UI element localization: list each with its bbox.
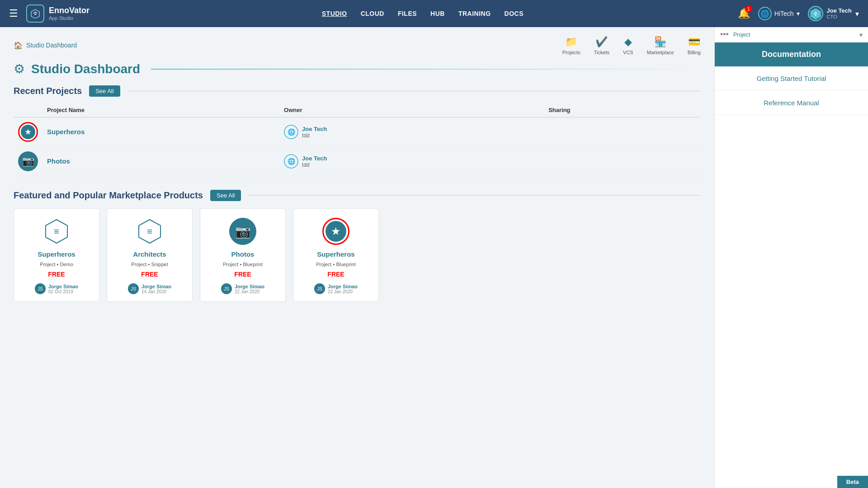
marketplace-grid: ≡ Superheros Project • Demo FREE JS Jorg…: [14, 208, 701, 302]
app-logo: EnnoVator App Studio: [26, 5, 90, 23]
user-menu[interactable]: Joe Tech CTO ▾: [808, 6, 859, 21]
projects-label: Projects: [562, 50, 580, 55]
marketplace-card-superheros-blueprint[interactable]: ★ Superheros Project • Blueprint FREE JS…: [293, 208, 379, 302]
billing-icon-item[interactable]: 💳 Billing: [688, 36, 701, 55]
recent-projects-title: Recent Projects: [14, 86, 82, 96]
card-price: FREE: [48, 271, 65, 278]
svg-point-1: [35, 14, 36, 15]
notification-badge: 1: [745, 5, 752, 13]
sidebar-project-label: Project: [733, 32, 750, 38]
marketplace-header: Featured and Popular Marketplace Product…: [14, 190, 701, 201]
owner-globe-icon: 🌐: [284, 154, 298, 169]
card-date: 22 Jan 2020: [328, 289, 358, 294]
photos-row-icon: 📷: [18, 151, 38, 171]
app-subtitle: App Studio: [49, 15, 90, 21]
card-subtitle: Project • Blueprint: [223, 262, 263, 267]
projects-icon-item[interactable]: 📁 Projects: [562, 36, 580, 55]
card-subtitle: Project • Demo: [40, 262, 73, 267]
billing-label: Billing: [688, 50, 701, 55]
logo-icon: [26, 5, 44, 23]
card-author-avatar: JS: [35, 283, 46, 294]
marketplace-card-superheros-demo[interactable]: ≡ Superheros Project • Demo FREE JS Jorg…: [14, 208, 99, 302]
svg-text:≡: ≡: [147, 226, 152, 236]
breadcrumb-row: 🏠 Studio Dashboard 📁 Projects ✔️ Tickets…: [14, 36, 701, 59]
card-author-avatar: JS: [221, 283, 232, 294]
tickets-icon-item[interactable]: ✔️ Tickets: [594, 36, 609, 55]
nav-cloud[interactable]: CLOUD: [361, 10, 384, 17]
card-title: Superheros: [38, 250, 75, 258]
marketplace-card-architects[interactable]: ≡ Architects Project • Snippet FREE JS J…: [107, 208, 193, 302]
sidebar-more-icon[interactable]: •••: [720, 30, 729, 39]
getting-started-link[interactable]: Getting Started Tutorial: [715, 66, 868, 91]
owner-sub: tdd: [302, 162, 327, 168]
org-selector[interactable]: 🌐 HiTech ▾: [758, 7, 800, 20]
nav-studio[interactable]: STUDIO: [322, 10, 347, 17]
nav-files[interactable]: FILES: [398, 10, 417, 17]
col-project-name-label: Project Name: [42, 103, 279, 117]
vcs-label: VCS: [623, 50, 633, 55]
card-author-name: Jorge Simao: [235, 284, 264, 289]
recent-projects-see-all[interactable]: See All: [89, 85, 120, 97]
nav-right: 🔔 1 🌐 HiTech ▾ Joe Tech CTO ▾: [738, 6, 859, 21]
svg-text:≡: ≡: [54, 226, 59, 236]
card-author-avatar: JS: [314, 283, 325, 294]
card-price: FREE: [327, 271, 344, 278]
folder-icon: 📁: [565, 36, 577, 48]
right-sidebar: ••• Project ▾ Documentation Getting Star…: [714, 27, 868, 488]
superheros-card-icon: ★: [322, 218, 349, 245]
owner-name: Joe Tech: [302, 155, 327, 162]
vcs-icon: ◆: [624, 36, 632, 48]
org-name: HiTech: [774, 10, 794, 17]
nav-training[interactable]: TRAINING: [458, 10, 491, 17]
owner-sub: tdd: [302, 132, 327, 139]
sidebar-top-bar: ••• Project ▾: [715, 27, 868, 42]
breadcrumb: 🏠 Studio Dashboard: [14, 41, 77, 50]
card-author-name: Jorge Simao: [142, 284, 171, 289]
architects-hex-icon: ≡: [136, 218, 163, 245]
app-name: EnnoVator: [49, 6, 90, 15]
page-title: Studio Dashboard: [31, 62, 140, 76]
card-title: Architects: [133, 250, 166, 258]
card-subtitle: Project • Blueprint: [316, 262, 356, 267]
card-date: 22 Jan 2020: [235, 289, 264, 294]
top-icons-bar: 📁 Projects ✔️ Tickets ◆ VCS 🏪 Marketplac…: [562, 36, 701, 59]
marketplace-icon-item[interactable]: 🏪 Marketplace: [647, 36, 674, 55]
main-wrapper: 🏠 Studio Dashboard 📁 Projects ✔️ Tickets…: [0, 27, 868, 488]
marketplace-see-all[interactable]: See All: [210, 190, 241, 201]
user-name: Joe Tech: [827, 7, 852, 14]
marketplace-title: Featured and Popular Marketplace Product…: [14, 190, 203, 201]
marketplace-card-photos[interactable]: 📷 Photos Project • Blueprint FREE JS Jor…: [200, 208, 286, 302]
gear-icon: ⚙: [14, 61, 25, 76]
ticket-icon: ✔️: [595, 36, 608, 48]
sidebar-chevron-icon[interactable]: ▾: [859, 31, 863, 38]
notification-bell[interactable]: 🔔 1: [738, 8, 750, 19]
card-date: 02 Oct 2019: [48, 289, 78, 294]
nav-hub[interactable]: HUB: [430, 10, 445, 17]
top-navigation: ☰ EnnoVator App Studio STUDIO CLOUD FILE…: [0, 0, 868, 27]
owner-globe-icon: 🌐: [284, 125, 298, 139]
vcs-icon-item[interactable]: ◆ VCS: [623, 36, 633, 55]
project-name-photos: Photos: [47, 157, 70, 165]
card-title: Photos: [231, 250, 255, 258]
billing-icon: 💳: [688, 36, 700, 48]
card-author-name: Jorge Simao: [48, 284, 78, 289]
marketplace-icon: 🏪: [654, 36, 666, 48]
hamburger-menu[interactable]: ☰: [9, 8, 18, 19]
superheros-hex-icon: ≡: [43, 218, 70, 245]
content-area: 🏠 Studio Dashboard 📁 Projects ✔️ Tickets…: [0, 27, 714, 488]
tickets-label: Tickets: [594, 50, 609, 55]
card-subtitle: Project • Snippet: [131, 262, 168, 267]
card-date: 14 Jan 2020: [142, 289, 171, 294]
page-header: ⚙ Studio Dashboard: [14, 61, 701, 76]
reference-manual-link[interactable]: Reference Manual: [715, 91, 868, 115]
card-price: FREE: [234, 271, 251, 278]
nav-docs[interactable]: DOCS: [505, 10, 524, 17]
documentation-header: Documentation: [715, 42, 868, 66]
table-row[interactable]: ★ Superheros 🌐 Joe Tech tdd: [14, 117, 701, 147]
table-row[interactable]: 📷 Photos 🌐 Joe Tech tdd: [14, 147, 701, 176]
marketplace-label: Marketplace: [647, 50, 674, 55]
nav-links: STUDIO CLOUD FILES HUB TRAINING DOCS: [108, 10, 738, 17]
breadcrumb-label: Studio Dashboard: [26, 42, 77, 49]
project-name-superheros: Superheros: [47, 128, 85, 136]
recent-projects-header: Recent Projects See All: [14, 85, 701, 97]
